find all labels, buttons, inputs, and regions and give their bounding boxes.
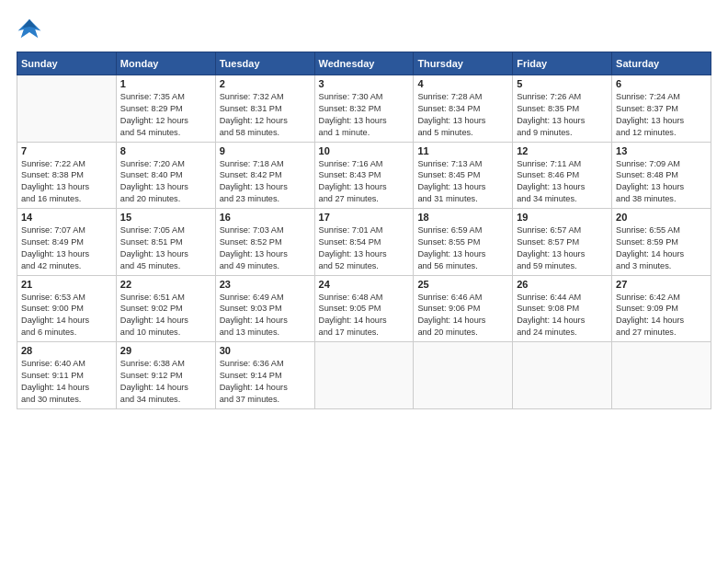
- calendar-cell: 17Sunrise: 7:01 AM Sunset: 8:54 PM Dayli…: [314, 209, 414, 276]
- cell-content: Sunrise: 7:35 AM Sunset: 8:29 PM Dayligh…: [120, 91, 211, 139]
- weekday-header-row: SundayMondayTuesdayWednesdayThursdayFrid…: [17, 52, 711, 75]
- cell-content: Sunrise: 7:11 AM Sunset: 8:46 PM Dayligh…: [517, 158, 608, 206]
- calendar-cell: 12Sunrise: 7:11 AM Sunset: 8:46 PM Dayli…: [513, 142, 612, 209]
- cell-content: Sunrise: 7:24 AM Sunset: 8:37 PM Dayligh…: [616, 91, 707, 139]
- weekday-tuesday: Tuesday: [215, 52, 314, 75]
- calendar-cell: [513, 342, 612, 409]
- weekday-sunday: Sunday: [17, 52, 117, 75]
- day-number: 17: [319, 212, 410, 223]
- day-number: 30: [220, 345, 311, 356]
- day-number: 19: [517, 212, 608, 223]
- day-number: 24: [319, 279, 410, 290]
- calendar-cell: 18Sunrise: 6:59 AM Sunset: 8:55 PM Dayli…: [414, 209, 513, 276]
- day-number: 18: [417, 212, 508, 223]
- weekday-thursday: Thursday: [414, 52, 513, 75]
- calendar-cell: [17, 75, 117, 143]
- day-number: 28: [21, 345, 112, 356]
- logo-icon: [17, 17, 42, 42]
- calendar-cell: 15Sunrise: 7:05 AM Sunset: 8:51 PM Dayli…: [116, 209, 215, 276]
- cell-content: Sunrise: 7:30 AM Sunset: 8:32 PM Dayligh…: [319, 91, 410, 139]
- calendar-cell: [414, 342, 513, 409]
- calendar-cell: 11Sunrise: 7:13 AM Sunset: 8:45 PM Dayli…: [414, 142, 513, 209]
- calendar-cell: 7Sunrise: 7:22 AM Sunset: 8:38 PM Daylig…: [17, 142, 117, 209]
- cell-content: Sunrise: 6:36 AM Sunset: 9:14 PM Dayligh…: [220, 358, 311, 406]
- week-row-2: 7Sunrise: 7:22 AM Sunset: 8:38 PM Daylig…: [17, 142, 711, 209]
- day-number: 10: [319, 145, 410, 156]
- cell-content: Sunrise: 6:59 AM Sunset: 8:55 PM Dayligh…: [417, 224, 508, 272]
- cell-content: Sunrise: 7:22 AM Sunset: 8:38 PM Dayligh…: [21, 158, 112, 206]
- day-number: 8: [120, 145, 211, 156]
- cell-content: Sunrise: 6:40 AM Sunset: 9:11 PM Dayligh…: [21, 358, 112, 406]
- calendar-cell: 13Sunrise: 7:09 AM Sunset: 8:48 PM Dayli…: [612, 142, 711, 209]
- week-row-5: 28Sunrise: 6:40 AM Sunset: 9:11 PM Dayli…: [17, 342, 711, 409]
- calendar-cell: [612, 342, 711, 409]
- day-number: 9: [220, 145, 311, 156]
- cell-content: Sunrise: 7:32 AM Sunset: 8:31 PM Dayligh…: [220, 91, 311, 139]
- cell-content: Sunrise: 7:09 AM Sunset: 8:48 PM Dayligh…: [616, 158, 707, 206]
- page: SundayMondayTuesdayWednesdayThursdayFrid…: [0, 0, 728, 563]
- weekday-saturday: Saturday: [612, 52, 711, 75]
- calendar-cell: 14Sunrise: 7:07 AM Sunset: 8:49 PM Dayli…: [17, 209, 117, 276]
- day-number: 25: [417, 279, 508, 290]
- cell-content: Sunrise: 6:55 AM Sunset: 8:59 PM Dayligh…: [616, 224, 707, 272]
- day-number: 22: [120, 279, 211, 290]
- weekday-wednesday: Wednesday: [314, 52, 414, 75]
- week-row-3: 14Sunrise: 7:07 AM Sunset: 8:49 PM Dayli…: [17, 209, 711, 276]
- day-number: 12: [517, 145, 608, 156]
- cell-content: Sunrise: 7:26 AM Sunset: 8:35 PM Dayligh…: [517, 91, 608, 139]
- calendar-cell: 9Sunrise: 7:18 AM Sunset: 8:42 PM Daylig…: [215, 142, 314, 209]
- day-number: 5: [517, 78, 608, 89]
- cell-content: Sunrise: 7:05 AM Sunset: 8:51 PM Dayligh…: [120, 224, 211, 272]
- day-number: 14: [21, 212, 112, 223]
- day-number: 26: [517, 279, 608, 290]
- calendar-cell: 4Sunrise: 7:28 AM Sunset: 8:34 PM Daylig…: [414, 75, 513, 143]
- cell-content: Sunrise: 6:53 AM Sunset: 9:00 PM Dayligh…: [21, 292, 112, 339]
- calendar-cell: 16Sunrise: 7:03 AM Sunset: 8:52 PM Dayli…: [215, 209, 314, 276]
- cell-content: Sunrise: 7:16 AM Sunset: 8:43 PM Dayligh…: [319, 158, 410, 206]
- calendar-cell: 26Sunrise: 6:44 AM Sunset: 9:08 PM Dayli…: [513, 275, 612, 342]
- day-number: 27: [616, 279, 707, 290]
- week-row-4: 21Sunrise: 6:53 AM Sunset: 9:00 PM Dayli…: [17, 275, 711, 342]
- cell-content: Sunrise: 7:07 AM Sunset: 8:49 PM Dayligh…: [21, 224, 112, 272]
- day-number: 29: [120, 345, 211, 356]
- cell-content: Sunrise: 6:51 AM Sunset: 9:02 PM Dayligh…: [120, 292, 211, 339]
- day-number: 1: [120, 78, 211, 89]
- day-number: 13: [616, 145, 707, 156]
- day-number: 11: [417, 145, 508, 156]
- calendar-cell: 27Sunrise: 6:42 AM Sunset: 9:09 PM Dayli…: [612, 275, 711, 342]
- day-number: 4: [417, 78, 508, 89]
- day-number: 2: [220, 78, 311, 89]
- cell-content: Sunrise: 7:18 AM Sunset: 8:42 PM Dayligh…: [220, 158, 311, 206]
- calendar-cell: 19Sunrise: 6:57 AM Sunset: 8:57 PM Dayli…: [513, 209, 612, 276]
- cell-content: Sunrise: 6:42 AM Sunset: 9:09 PM Dayligh…: [616, 292, 707, 339]
- cell-content: Sunrise: 6:48 AM Sunset: 9:05 PM Dayligh…: [319, 292, 410, 339]
- calendar-cell: 29Sunrise: 6:38 AM Sunset: 9:12 PM Dayli…: [116, 342, 215, 409]
- calendar-cell: 23Sunrise: 6:49 AM Sunset: 9:03 PM Dayli…: [215, 275, 314, 342]
- cell-content: Sunrise: 7:03 AM Sunset: 8:52 PM Dayligh…: [220, 224, 311, 272]
- calendar-cell: [314, 342, 414, 409]
- day-number: 7: [21, 145, 112, 156]
- day-number: 15: [120, 212, 211, 223]
- calendar-cell: 2Sunrise: 7:32 AM Sunset: 8:31 PM Daylig…: [215, 75, 314, 143]
- calendar-cell: 3Sunrise: 7:30 AM Sunset: 8:32 PM Daylig…: [314, 75, 414, 143]
- weekday-monday: Monday: [116, 52, 215, 75]
- cell-content: Sunrise: 6:57 AM Sunset: 8:57 PM Dayligh…: [517, 224, 608, 272]
- calendar-cell: 25Sunrise: 6:46 AM Sunset: 9:06 PM Dayli…: [414, 275, 513, 342]
- calendar-cell: 30Sunrise: 6:36 AM Sunset: 9:14 PM Dayli…: [215, 342, 314, 409]
- day-number: 20: [616, 212, 707, 223]
- calendar-table: SundayMondayTuesdayWednesdayThursdayFrid…: [17, 52, 711, 409]
- cell-content: Sunrise: 6:44 AM Sunset: 9:08 PM Dayligh…: [517, 292, 608, 339]
- cell-content: Sunrise: 7:28 AM Sunset: 8:34 PM Dayligh…: [417, 91, 508, 139]
- calendar-cell: 8Sunrise: 7:20 AM Sunset: 8:40 PM Daylig…: [116, 142, 215, 209]
- weekday-friday: Friday: [513, 52, 612, 75]
- calendar-cell: 10Sunrise: 7:16 AM Sunset: 8:43 PM Dayli…: [314, 142, 414, 209]
- calendar-cell: 20Sunrise: 6:55 AM Sunset: 8:59 PM Dayli…: [612, 209, 711, 276]
- header: [17, 17, 711, 42]
- calendar-cell: 1Sunrise: 7:35 AM Sunset: 8:29 PM Daylig…: [116, 75, 215, 143]
- calendar-cell: 21Sunrise: 6:53 AM Sunset: 9:00 PM Dayli…: [17, 275, 117, 342]
- day-number: 6: [616, 78, 707, 89]
- logo: [17, 17, 46, 42]
- day-number: 3: [319, 78, 410, 89]
- cell-content: Sunrise: 7:01 AM Sunset: 8:54 PM Dayligh…: [319, 224, 410, 272]
- day-number: 23: [220, 279, 311, 290]
